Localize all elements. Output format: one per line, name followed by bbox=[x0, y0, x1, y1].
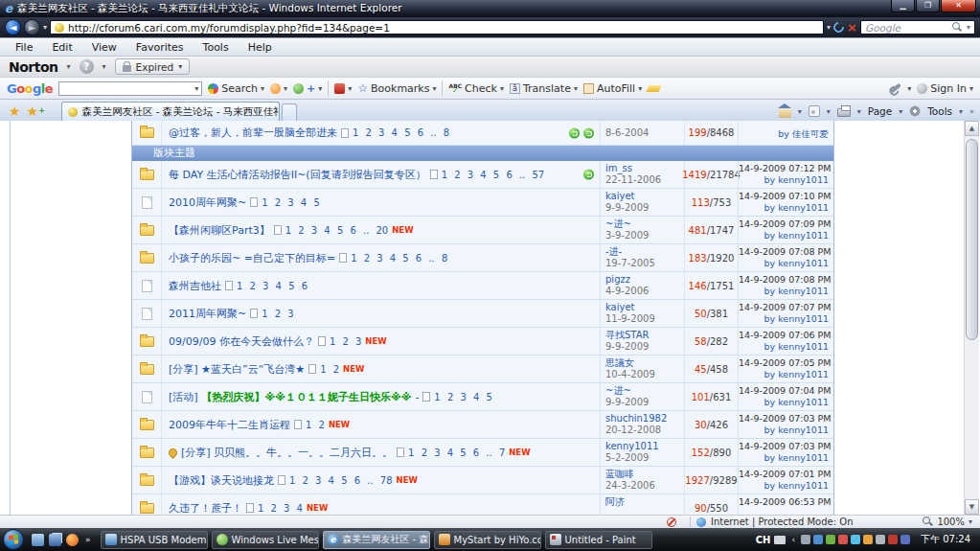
new-tab-button[interactable] bbox=[282, 103, 297, 121]
google-search-button[interactable]: Search▾ bbox=[208, 82, 264, 95]
zoom-control[interactable]: 100% ▾ bbox=[923, 517, 980, 527]
thread-title-link[interactable]: [分享] 贝贝熊。。牛。。一。。二月六日。。 bbox=[181, 446, 393, 460]
overflow-chevron-icon[interactable]: » bbox=[969, 107, 974, 116]
bookmarks-button[interactable]: ☆Bookmarks▾ bbox=[357, 81, 436, 95]
taskbar-button[interactable]: HSPA USB Modem bbox=[101, 531, 208, 549]
menu-item-edit[interactable]: Edit bbox=[42, 41, 81, 54]
thread-title-link[interactable]: 每 DAY 生活心情活动报告II~(回复请到报告回复专区） bbox=[169, 168, 426, 182]
close-button[interactable]: ✕ bbox=[941, 0, 976, 12]
thread-pages[interactable]: 1 2 3 bbox=[330, 336, 361, 347]
feeds-icon[interactable] bbox=[809, 105, 820, 117]
lastpost-author[interactable]: by kenny1011 bbox=[739, 286, 829, 297]
tray-icon[interactable] bbox=[851, 535, 860, 544]
scroll-up-button[interactable]: ▲ bbox=[965, 121, 979, 136]
thread-pages[interactable]: 1 2 3 4 5 6 .. 8 bbox=[351, 253, 447, 264]
lastpost-author[interactable]: by kenny1011 bbox=[739, 480, 829, 492]
menu-item-help[interactable]: Help bbox=[239, 41, 282, 54]
author-link[interactable]: shuchin1982 bbox=[605, 413, 684, 425]
home-icon[interactable] bbox=[779, 108, 791, 118]
refresh-icon[interactable] bbox=[832, 20, 846, 34]
add-gadget-icon[interactable]: + bbox=[307, 82, 315, 95]
start-button[interactable] bbox=[3, 529, 24, 550]
tray-icon[interactable] bbox=[888, 535, 898, 544]
vertical-scrollbar[interactable]: ▲ ▼ bbox=[964, 121, 979, 515]
tools-gear-icon[interactable] bbox=[909, 105, 921, 117]
thread-title-link[interactable]: 【游戏】谈天说地接龙 bbox=[169, 473, 274, 488]
add-favorite-icon[interactable]: ★+ bbox=[27, 102, 45, 121]
tray-icon[interactable] bbox=[900, 535, 910, 544]
thread-pages[interactable]: 1 2 3 4 5 6 bbox=[237, 281, 308, 291]
lastpost-author[interactable]: by kenny1011 bbox=[739, 397, 829, 408]
thread-title-link[interactable]: 小孩子的乐园~ =自己定下的目标= bbox=[169, 251, 335, 265]
lastpost-author[interactable]: by kenny1011 bbox=[739, 174, 829, 186]
send-to-icon[interactable] bbox=[334, 83, 345, 94]
thread-title-link[interactable]: 【森州闲聊区Part3】 bbox=[169, 223, 270, 238]
menu-item-tools[interactable]: Tools bbox=[194, 41, 239, 54]
language-indicator[interactable]: CH bbox=[756, 535, 771, 545]
minimize-button[interactable]: ▁ bbox=[891, 0, 915, 12]
norton-expired-button[interactable]: Expired ▾ bbox=[115, 58, 191, 75]
thread-title-link[interactable]: [活动] bbox=[169, 390, 198, 404]
thread-pages[interactable]: 1 2 3 4 5 bbox=[434, 392, 492, 402]
norton-help-icon[interactable]: ? bbox=[80, 59, 94, 74]
menu-item-file[interactable]: File bbox=[6, 41, 42, 54]
stop-icon[interactable]: × bbox=[847, 21, 857, 34]
lastpost-author[interactable]: by kenny1011 bbox=[739, 425, 829, 436]
search-box[interactable]: Google ▾ bbox=[860, 20, 975, 34]
author-link[interactable]: ~进~ bbox=[605, 385, 684, 397]
siteadvisor-icon[interactable] bbox=[293, 83, 304, 94]
taskbar-button[interactable]: MyStart by HiYo.co... bbox=[434, 531, 541, 549]
author-link[interactable]: kaiyet bbox=[605, 191, 684, 202]
switch-windows-icon[interactable] bbox=[49, 534, 61, 546]
search-dropdown-icon[interactable]: ▾ bbox=[967, 23, 970, 32]
thread-title-link[interactable]: @过客，新人，前辈一股脑全部进来 bbox=[169, 126, 337, 140]
quicklaunch-chevron-icon[interactable]: » bbox=[85, 535, 91, 544]
wrench-icon[interactable] bbox=[890, 83, 901, 94]
tray-icon[interactable] bbox=[876, 535, 885, 544]
thread-title-suffix[interactable]: - bbox=[415, 391, 419, 403]
thread-title-link[interactable]: [分享] ★蓝天白”云“飞台湾★ bbox=[169, 362, 305, 377]
taskbar-button[interactable]: e森美兰网友社区 - 森... bbox=[323, 531, 430, 549]
thread-title-link[interactable]: 2010周年网聚~ bbox=[169, 195, 246, 210]
thread-title-link[interactable]: 2011周年网聚~ bbox=[169, 307, 246, 321]
search-icon[interactable] bbox=[952, 22, 963, 33]
lastpost-author[interactable]: by kenny1011 bbox=[739, 369, 829, 380]
maximize-button[interactable]: ❐ bbox=[916, 0, 940, 12]
lastpost-author[interactable]: by 佳佳可爱 bbox=[739, 128, 829, 140]
author-link[interactable]: im_ss bbox=[605, 163, 684, 174]
thread-pages[interactable]: 1 2 3 4 5 6 .. 78 bbox=[289, 475, 393, 486]
lastpost-author[interactable]: by kenny1011 bbox=[739, 341, 829, 353]
lastpost-author[interactable]: by kenny1011 bbox=[739, 202, 829, 214]
lastpost-author[interactable]: by kenny1011 bbox=[739, 313, 829, 325]
tools-menu-button[interactable]: Tools bbox=[927, 105, 952, 117]
tray-icon[interactable] bbox=[801, 535, 810, 544]
norton-help-dropdown-icon[interactable]: ▾ bbox=[103, 62, 106, 71]
thread-title-link[interactable]: 2009年牛年十二生肖运程 bbox=[169, 418, 290, 432]
pagerank-icon[interactable] bbox=[270, 83, 281, 94]
thread-pages[interactable]: 1 2 3 4 5 6 .. 7 bbox=[408, 448, 505, 458]
autofill-button[interactable]: AutoFill▾ bbox=[583, 82, 642, 95]
tab-active[interactable]: 森美兰网友社区 - 森美兰论坛 - 马来西亚佳礼中... bbox=[61, 102, 280, 121]
show-desktop-icon[interactable] bbox=[32, 534, 44, 546]
author-link[interactable]: 思議女 bbox=[605, 357, 684, 369]
tray-icon[interactable] bbox=[826, 535, 835, 544]
tray-icon[interactable] bbox=[813, 535, 823, 544]
tray-chevron-icon[interactable]: ‹ bbox=[791, 535, 795, 544]
address-dropdown-icon[interactable]: ▾ bbox=[827, 23, 831, 32]
tray-icon[interactable] bbox=[863, 535, 873, 544]
url-field[interactable]: http://cforum6.cari.com.my/forumdisplay.… bbox=[50, 20, 824, 34]
google-search-input[interactable]: ▾ bbox=[58, 81, 202, 96]
translate-button[interactable]: āTranslate▾ bbox=[510, 82, 578, 95]
norton-dropdown-icon[interactable]: ▾ bbox=[67, 62, 71, 71]
firefox-icon[interactable] bbox=[66, 534, 79, 546]
menu-item-view[interactable]: View bbox=[82, 41, 126, 54]
thread-pages[interactable]: 1 2 3 4 5 6 .. 57 bbox=[442, 170, 545, 180]
author-link[interactable]: pigzz bbox=[605, 274, 684, 286]
author-link[interactable]: -进- bbox=[605, 246, 684, 258]
favorites-center-icon[interactable]: ★ bbox=[9, 102, 21, 121]
highlighter-icon[interactable] bbox=[647, 85, 662, 92]
page-menu-button[interactable]: Page bbox=[868, 105, 892, 117]
scroll-down-button[interactable]: ▼ bbox=[965, 499, 979, 515]
thread-pages[interactable]: 1 2 bbox=[306, 420, 325, 430]
back-button[interactable]: ◄ bbox=[5, 19, 21, 35]
